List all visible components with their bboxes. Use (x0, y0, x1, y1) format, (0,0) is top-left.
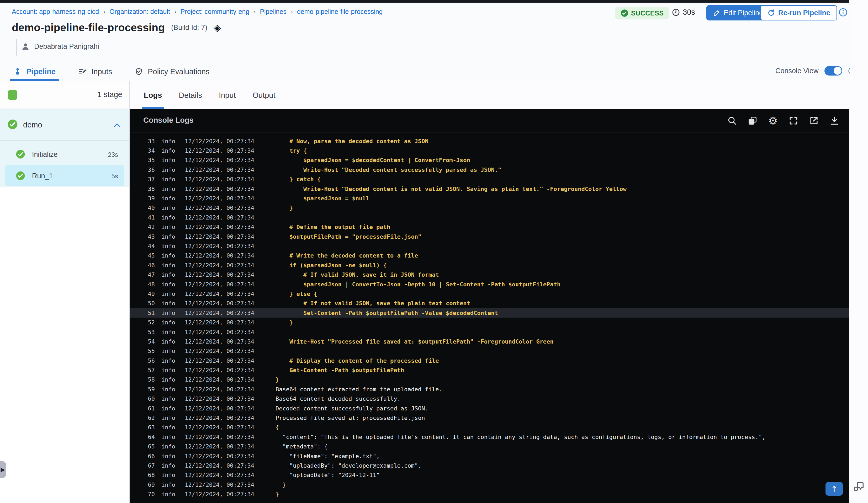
log-row: 56 info 12/12/2024, 00:27:34 # Display t… (130, 356, 849, 365)
stage-row-demo[interactable]: demo (0, 109, 129, 140)
log-timestamp: 12/12/2024, 00:27:34 (185, 138, 254, 145)
log-text: "fileName": "example.txt", (276, 453, 380, 460)
log-timestamp: 12/12/2024, 00:27:34 (185, 186, 254, 192)
tab-inputs[interactable]: Inputs (76, 63, 114, 80)
step-name: Run_1 (32, 172, 53, 180)
log-timestamp: 12/12/2024, 00:27:34 (185, 376, 254, 383)
log-row: 50 info 12/12/2024, 00:27:34 # If not va… (130, 299, 849, 308)
log-row: 53 info 12/12/2024, 00:27:34 (130, 327, 849, 337)
step-detail-tabs: Logs Details Input Output (130, 81, 849, 109)
breadcrumb-link[interactable]: Pipelines (260, 8, 286, 15)
stage-accordion: demo Initialize 23s Run_1 5s (0, 109, 129, 187)
author-connector-line (16, 39, 17, 56)
log-text: Write-Host "Decoded content is not valid… (276, 186, 627, 192)
log-timestamp: 12/12/2024, 00:27:34 (185, 434, 254, 440)
breadcrumb-link[interactable]: Organization: default (110, 8, 170, 15)
log-level: info (162, 405, 175, 412)
detail-tab-details[interactable]: Details (179, 81, 202, 109)
log-level: info (162, 482, 175, 488)
log-level: info (162, 138, 175, 145)
log-text: # Now, parse the decoded content as JSON (276, 138, 428, 145)
log-line-number: 50 (130, 300, 155, 306)
log-timestamp: 12/12/2024, 00:27:34 (185, 205, 254, 211)
detail-tab-logs[interactable]: Logs (144, 81, 162, 109)
breadcrumb-link[interactable]: Project: community-eng (180, 8, 249, 15)
console-view-toggle[interactable] (825, 66, 842, 75)
rerun-icon (767, 9, 775, 17)
detail-tab-output[interactable]: Output (252, 81, 275, 109)
step-row-initialize[interactable]: Initialize 23s (5, 144, 124, 165)
log-level: info (162, 462, 175, 469)
log-row: 51 info 12/12/2024, 00:27:34 Set-Content… (130, 308, 849, 317)
log-level: info (162, 424, 175, 431)
log-row: 65 info 12/12/2024, 00:27:34 "metadata":… (130, 442, 849, 451)
pipeline-info-icon[interactable] (839, 8, 848, 17)
log-line-number: 68 (130, 472, 155, 478)
execution-sidebar: 1 stage demo Initialize 23s Run_1 5s (0, 81, 130, 503)
console-log-body[interactable]: 33 info 12/12/2024, 00:27:34 # Now, pars… (130, 133, 849, 503)
log-row: 44 info 12/12/2024, 00:27:34 (130, 241, 849, 251)
log-line-number: 56 (130, 357, 155, 364)
log-row: 55 info 12/12/2024, 00:27:34 (130, 346, 849, 356)
log-row: 39 info 12/12/2024, 00:27:34 $parsedJson… (130, 193, 849, 203)
log-timestamp: 12/12/2024, 00:27:34 (185, 167, 254, 173)
search-icon[interactable] (726, 115, 738, 126)
detail-tab-input[interactable]: Input (219, 81, 236, 109)
log-level: info (162, 167, 175, 173)
tab-pipeline[interactable]: Pipeline (12, 63, 57, 80)
user-avatar-icon (21, 42, 30, 51)
settings-icon[interactable]: ⚙ (767, 115, 779, 126)
log-level: info (162, 214, 175, 221)
log-line-number: 39 (130, 195, 155, 202)
copy-icon[interactable] (747, 115, 758, 126)
build-id: (Build Id: 7) (171, 24, 207, 32)
open-new-icon[interactable] (808, 115, 820, 126)
download-icon[interactable] (829, 115, 840, 126)
log-row: 57 info 12/12/2024, 00:27:34 Get-Content… (130, 365, 849, 375)
clock-icon (672, 8, 680, 17)
log-level: info (162, 338, 175, 345)
log-line-number: 36 (130, 167, 155, 173)
console-header: Console Logs ⚙ (130, 109, 849, 133)
log-level: info (162, 415, 175, 421)
log-row: 63 info 12/12/2024, 00:27:34 { (130, 423, 849, 432)
log-timestamp: 12/12/2024, 00:27:34 (185, 424, 254, 431)
step-row-run_1[interactable]: Run_1 5s (5, 165, 124, 186)
chevron-up-icon[interactable] (113, 121, 121, 129)
log-line-number: 38 (130, 186, 155, 192)
sidebar-expand-handle[interactable]: ▶ (0, 461, 6, 478)
breadcrumb-link[interactable]: Account: app-harness-ng-cicd (12, 8, 99, 15)
log-text: # Define the output file path (276, 224, 390, 230)
log-text: } catch { (276, 176, 321, 182)
tab-label: Inputs (91, 67, 112, 76)
log-level: info (162, 329, 175, 335)
log-row: 35 info 12/12/2024, 00:27:34 $parsedJson… (130, 156, 849, 165)
duration: 30s (672, 8, 695, 17)
log-level: info (162, 271, 175, 278)
log-level: info (162, 233, 175, 240)
step-success-icon (16, 171, 25, 180)
log-line-number: 44 (130, 243, 155, 249)
log-timestamp: 12/12/2024, 00:27:34 (185, 252, 254, 259)
log-text: # Write the decoded content to a file (276, 252, 418, 259)
log-row: 66 info 12/12/2024, 00:27:34 "fileName":… (130, 451, 849, 461)
tab-policy-evaluations[interactable]: Policy Evaluations (133, 63, 211, 80)
edit-pipeline-label: Edit Pipeline (724, 9, 763, 17)
breadcrumb-link[interactable]: demo-pipeline-file-processing (297, 8, 383, 15)
fullscreen-icon[interactable] (788, 115, 799, 126)
log-line-number: 34 (130, 147, 155, 154)
log-text: # If not valid JSON, save the plain text… (276, 300, 470, 306)
log-timestamp: 12/12/2024, 00:27:34 (185, 262, 254, 269)
support-chat-icon[interactable] (853, 480, 865, 493)
log-line-number: 43 (130, 233, 155, 240)
log-row: 64 info 12/12/2024, 00:27:34 "content": … (130, 432, 849, 442)
log-text: } else { (276, 291, 317, 297)
log-row: 48 info 12/12/2024, 00:27:34 $parsedJson… (130, 280, 849, 289)
log-line-number: 59 (130, 386, 155, 392)
log-timestamp: 12/12/2024, 00:27:34 (185, 405, 254, 412)
breadcrumb-separator: › (174, 8, 176, 15)
scroll-to-top-button[interactable]: ↑ (826, 482, 843, 496)
rerun-pipeline-button[interactable]: Re-run Pipeline (761, 5, 837, 20)
log-text: # Display the content of the processed f… (276, 357, 439, 364)
console-view-label: Console View (775, 67, 819, 75)
